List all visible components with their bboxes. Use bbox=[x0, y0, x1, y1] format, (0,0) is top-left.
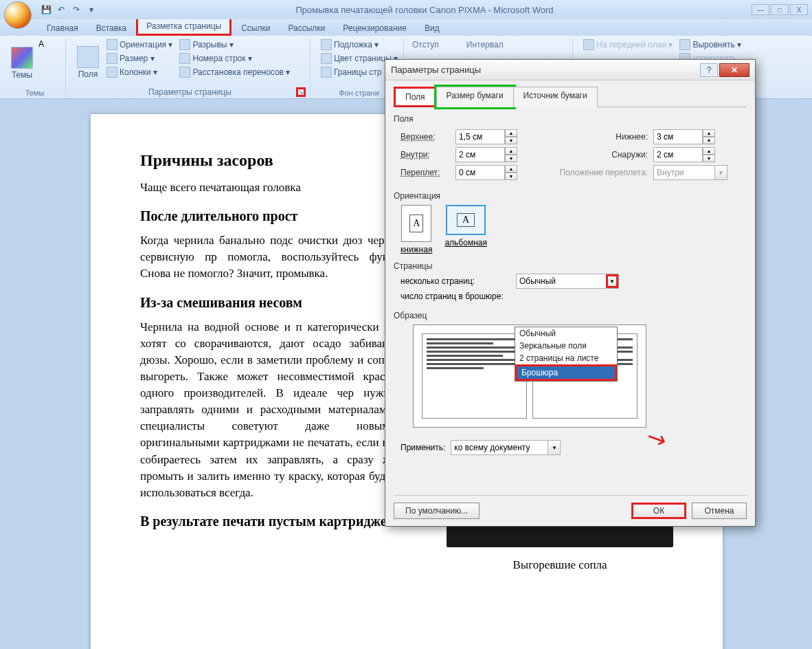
redo-icon[interactable]: ↷ bbox=[70, 3, 82, 16]
select-gutter-pos: Внутри▼ bbox=[653, 165, 728, 180]
page-setup-launcher[interactable]: ↘ bbox=[296, 87, 306, 97]
page-color-icon bbox=[321, 53, 332, 64]
default-button[interactable]: По умолчанию... bbox=[394, 503, 480, 519]
spinner-bottom[interactable]: ▲▼ bbox=[653, 129, 715, 144]
spinner-inside[interactable]: ▲▼ bbox=[455, 147, 517, 162]
bring-front-icon bbox=[583, 39, 594, 50]
align-button[interactable]: Выровнять ▾ bbox=[677, 38, 743, 51]
orientation-portrait[interactable]: A книжная bbox=[401, 205, 432, 254]
label-apply-to: Применить: bbox=[401, 443, 445, 452]
paragraph-3: Чернила на водной основе и п категоричес… bbox=[140, 319, 396, 501]
hyphenation-button[interactable]: Расстановка переносов ▾ bbox=[177, 66, 292, 78]
columns-icon bbox=[106, 67, 117, 78]
cancel-button[interactable]: Отмена bbox=[692, 503, 747, 519]
select-multiple-pages[interactable]: Обычный▼ bbox=[516, 274, 619, 289]
label-inside: Внутри: bbox=[401, 150, 450, 160]
window-title: Промывка печатающей головки Canon PIXMA … bbox=[98, 5, 752, 15]
watermark-icon bbox=[321, 39, 332, 50]
ribbon-tabs: Главная Вставка Разметка страницы Ссылки… bbox=[0, 19, 812, 36]
section-orientation: Ориентация bbox=[394, 191, 747, 201]
spinner-outside[interactable]: ▲▼ bbox=[653, 147, 715, 162]
quick-access-toolbar: 💾 ↶ ↷ ▾ bbox=[40, 3, 98, 16]
page-borders-icon bbox=[321, 67, 332, 78]
tab-references[interactable]: Ссылки bbox=[233, 21, 278, 36]
input-top[interactable] bbox=[455, 129, 505, 144]
line-numbers-button[interactable]: Номера строк ▾ bbox=[177, 52, 292, 65]
input-inside[interactable] bbox=[455, 147, 505, 162]
maximize-button[interactable]: □ bbox=[771, 4, 789, 15]
qat-dropdown-icon[interactable]: ▾ bbox=[85, 3, 98, 16]
hyphenation-icon bbox=[179, 67, 190, 78]
option-two-per-sheet[interactable]: 2 страницы на листе bbox=[515, 352, 617, 364]
dialog-tab-source[interactable]: Источник бумаги bbox=[513, 87, 598, 107]
margins-button[interactable]: Поля bbox=[74, 38, 102, 86]
label-gutter-pos: Положение переплета: bbox=[545, 168, 648, 177]
dialog-tab-paper[interactable]: Размер бумаги bbox=[436, 87, 514, 107]
breaks-icon bbox=[179, 39, 190, 50]
chevron-down-icon[interactable]: ▼ bbox=[548, 441, 560, 454]
bring-front-button[interactable]: На передний план ▾ bbox=[581, 38, 675, 51]
label-multiple-pages: несколько страниц: bbox=[401, 276, 510, 286]
dialog-tab-margins[interactable]: Поля bbox=[394, 87, 437, 107]
preview-page-left bbox=[422, 333, 527, 419]
option-booklet[interactable]: Брошюра bbox=[515, 364, 617, 381]
ok-button[interactable]: ОК bbox=[631, 503, 686, 519]
themes-icon bbox=[11, 47, 33, 69]
spin-up-icon[interactable]: ▲ bbox=[505, 129, 517, 137]
orientation-button[interactable]: Ориентация ▾ bbox=[104, 38, 174, 51]
label-sheets-per-booklet: число страниц в брошюре: bbox=[401, 292, 510, 301]
dialog-title: Параметры страницы bbox=[391, 65, 700, 75]
minimize-button[interactable]: — bbox=[752, 4, 769, 15]
line-numbers-icon bbox=[179, 53, 190, 64]
margins-icon bbox=[77, 46, 99, 68]
input-bottom[interactable] bbox=[653, 129, 703, 144]
orientation-icon bbox=[106, 39, 117, 50]
label-outside: Снаружи: bbox=[545, 150, 648, 160]
columns-button[interactable]: Колонки ▾ bbox=[104, 66, 174, 78]
dialog-close-button[interactable]: ✕ bbox=[719, 63, 749, 77]
input-outside[interactable] bbox=[653, 147, 703, 162]
breaks-button[interactable]: Разрывы ▾ bbox=[177, 38, 292, 51]
orientation-landscape[interactable]: A альбомная bbox=[444, 205, 487, 254]
size-button[interactable]: Размер ▾ bbox=[104, 52, 174, 65]
group-page-setup-label: Параметры страницы ↘ bbox=[74, 86, 306, 98]
watermark-button[interactable]: Подложка ▾ bbox=[319, 38, 400, 51]
label-gutter: Переплет: bbox=[401, 168, 450, 177]
label-top: Верхнее: bbox=[401, 132, 450, 142]
spin-down-icon[interactable]: ▼ bbox=[505, 137, 517, 144]
align-icon bbox=[679, 39, 690, 50]
tab-mailings[interactable]: Рассылки bbox=[280, 21, 333, 36]
section-margins: Поля bbox=[394, 114, 747, 124]
tab-page-layout[interactable]: Разметка страницы bbox=[136, 16, 232, 36]
close-button[interactable]: X bbox=[790, 4, 808, 15]
multiple-pages-dropdown: Обычный Зеркальные поля 2 страницы на ли… bbox=[515, 327, 618, 382]
theme-fonts-icon[interactable]: A bbox=[38, 39, 44, 49]
size-icon bbox=[106, 53, 117, 64]
themes-button[interactable]: Темы bbox=[8, 38, 36, 87]
paragraph-2: Когда чернила банально подс очистки дюз … bbox=[140, 232, 394, 282]
office-button[interactable] bbox=[4, 1, 32, 29]
chevron-down-icon[interactable]: ▼ bbox=[606, 274, 618, 288]
undo-icon[interactable]: ↶ bbox=[55, 3, 67, 16]
option-mirror[interactable]: Зеркальные поля bbox=[515, 340, 617, 352]
group-themes-label: Темы bbox=[8, 87, 61, 98]
spinner-top[interactable]: ▲▼ bbox=[455, 129, 517, 144]
select-apply-to[interactable]: ко всему документу▼ bbox=[451, 440, 561, 455]
page-setup-dialog: Параметры страницы ? ✕ Поля Размер бумаг… bbox=[385, 59, 756, 527]
tab-review[interactable]: Рецензирование bbox=[335, 21, 415, 36]
tab-insert[interactable]: Вставка bbox=[88, 21, 135, 36]
save-icon[interactable]: 💾 bbox=[40, 3, 52, 16]
dialog-help-button[interactable]: ? bbox=[700, 63, 718, 77]
tab-view[interactable]: Вид bbox=[416, 21, 448, 36]
tab-home[interactable]: Главная bbox=[38, 21, 87, 36]
section-preview: Образец bbox=[394, 311, 747, 320]
chevron-down-icon: ▼ bbox=[714, 166, 727, 179]
input-gutter[interactable] bbox=[455, 165, 505, 180]
spinner-gutter[interactable]: ▲▼ bbox=[455, 165, 517, 180]
label-bottom: Нижнее: bbox=[545, 132, 648, 142]
image-caption: Выгоревшие сопла bbox=[447, 558, 673, 572]
option-normal[interactable]: Обычный bbox=[515, 327, 617, 340]
section-pages: Страницы bbox=[394, 261, 747, 271]
